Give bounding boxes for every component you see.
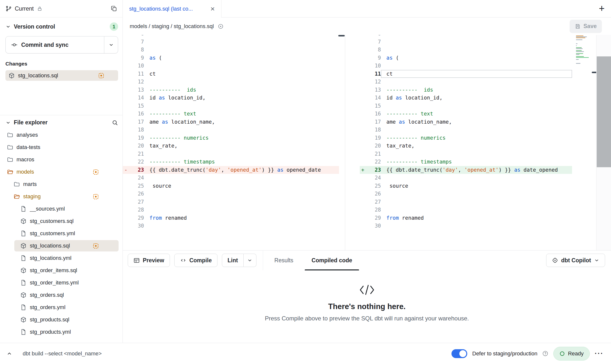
diff-marker: - xyxy=(123,167,129,173)
line-text xyxy=(381,150,572,158)
line-number: 22 xyxy=(129,159,144,165)
tree-item-label: stg_customers.sql xyxy=(30,218,73,224)
folder-icon xyxy=(14,181,20,187)
modified-icon xyxy=(93,243,99,249)
tree-item-stg_orders.sql[interactable]: stg_orders.sql xyxy=(0,289,123,301)
code-line-15: 15 xyxy=(360,102,572,110)
tree-item-stg_order_items.sql[interactable]: stg_order_items.sql xyxy=(0,264,123,277)
tree-item-data-tests[interactable]: data-tests xyxy=(0,141,123,153)
tree-item-macros[interactable]: macros xyxy=(0,153,123,166)
tree-item-stg_locations.yml[interactable]: stg_locations.yml xyxy=(0,252,123,264)
git-branch-icon xyxy=(5,5,12,12)
lint-options-caret[interactable] xyxy=(244,254,256,267)
dbt-copilot-button[interactable]: dbt Copilot xyxy=(546,254,605,267)
line-number: 10 xyxy=(129,63,144,69)
chevron-up-icon[interactable] xyxy=(6,351,12,357)
code-line-8: 8 xyxy=(360,46,572,54)
tree-item-label: macros xyxy=(17,156,34,163)
line-number: 11 xyxy=(129,71,144,77)
tree-item-models[interactable]: models xyxy=(0,166,123,178)
branch-selector[interactable]: Current xyxy=(5,5,43,12)
version-control-title: Version control xyxy=(14,23,55,30)
tree-item-stg_orders.yml[interactable]: stg_orders.yml xyxy=(0,301,123,314)
diff-pane-original[interactable]: 6789as (1011ct1213---------- ids14id as … xyxy=(123,35,339,250)
chevron-down-icon xyxy=(5,120,11,125)
new-tab-button[interactable]: + xyxy=(599,2,605,14)
line-number: 28 xyxy=(366,207,381,213)
overflow-menu-icon[interactable]: ··· xyxy=(595,350,604,357)
code-brackets-icon xyxy=(359,284,375,296)
ready-status-badge[interactable]: Ready xyxy=(553,347,590,361)
tabbar-divider xyxy=(221,17,611,17)
minimap[interactable] xyxy=(576,35,590,65)
command-input[interactable]: dbt build --select <model_name> xyxy=(23,350,102,357)
empty-state-subtitle: Press Compile above to preview the SQL d… xyxy=(265,315,469,322)
status-bar: dbt build --select <model_name> Defer to… xyxy=(0,343,611,364)
preview-button[interactable]: Preview xyxy=(128,254,170,267)
code-line-19: 19---------- numerics xyxy=(360,134,572,142)
line-number: 24 xyxy=(366,175,381,181)
tab-label: stg_locations.sql (last co... xyxy=(129,6,193,12)
line-text: ct xyxy=(381,70,572,78)
copy-branch-icon[interactable] xyxy=(111,5,117,12)
line-number: 30 xyxy=(366,223,381,229)
code-line-17: 17ame as location_name, xyxy=(123,118,339,126)
tree-item-stg_customers.yml[interactable]: stg_customers.yml xyxy=(0,227,123,240)
search-icon[interactable] xyxy=(112,119,118,126)
tab-results[interactable]: Results xyxy=(268,250,300,270)
line-text: ame as location_name, xyxy=(144,118,339,126)
tab-stg-locations[interactable]: stg_locations.sql (last co... × xyxy=(123,0,221,17)
line-text: from renamed xyxy=(381,214,572,222)
line-number: 21 xyxy=(129,151,144,157)
file-icon xyxy=(20,329,27,335)
tree-item-stg_order_items.yml[interactable]: stg_order_items.yml xyxy=(0,277,123,289)
save-button[interactable]: Save xyxy=(570,20,602,33)
tree-item-label: marts xyxy=(23,181,37,187)
compile-button[interactable]: Compile xyxy=(174,254,217,267)
tree-item-marts[interactable]: marts xyxy=(0,178,123,190)
tree-item-label: stg_order_items.yml xyxy=(30,280,79,286)
changed-file-row[interactable]: stg_locations.sql xyxy=(5,70,118,81)
code-line-23: -23{{ dbt.date_trunc('day', 'opened_at')… xyxy=(123,166,339,174)
tree-item-stg_locations.sql[interactable]: stg_locations.sql xyxy=(0,240,123,252)
file-explorer-title: File explorer xyxy=(14,119,48,126)
lint-button[interactable]: Lint xyxy=(222,254,244,267)
line-number: 17 xyxy=(366,119,381,125)
code-line-27: 27 xyxy=(360,198,572,206)
model-icon xyxy=(20,316,27,323)
chevron-down-icon xyxy=(594,258,599,263)
line-text xyxy=(144,190,339,198)
line-text xyxy=(144,78,339,86)
diff-pane-modified[interactable]: 6789as (1011ct1213---------- ids14id as … xyxy=(345,35,572,250)
code-line-15: 15 xyxy=(123,102,339,110)
line-number: 9 xyxy=(129,55,144,61)
commit-options-caret[interactable] xyxy=(104,36,118,53)
line-text xyxy=(381,78,572,86)
tree-item-analyses[interactable]: analyses xyxy=(0,129,123,141)
file-explorer-header[interactable]: File explorer xyxy=(0,119,123,126)
close-icon[interactable]: × xyxy=(210,5,215,13)
line-text: ---------- numerics xyxy=(381,134,572,142)
pane-resize-handle[interactable] xyxy=(338,35,345,36)
defer-toggle[interactable] xyxy=(451,349,467,358)
tree-item-label: stg_products.yml xyxy=(30,329,71,335)
tree-item-stg_products.sql[interactable]: stg_products.sql xyxy=(0,314,123,326)
tree-item-stg_customers.sql[interactable]: stg_customers.sql xyxy=(0,215,123,227)
chevron-down-icon xyxy=(5,24,11,29)
folder-open-icon xyxy=(14,193,20,200)
line-text xyxy=(381,35,572,38)
file-meta-icon[interactable] xyxy=(218,23,224,29)
tree-item-staging[interactable]: staging xyxy=(0,190,123,203)
tree-item-__sources.yml[interactable]: __sources.yml xyxy=(0,203,123,215)
tab-compiled-code[interactable]: Compiled code xyxy=(305,250,359,270)
tree-item-stg_products.yml[interactable]: stg_products.yml xyxy=(0,326,123,338)
line-text: ---------- ids xyxy=(144,86,339,94)
version-control-header[interactable]: Version control 1 xyxy=(5,22,118,31)
help-icon[interactable] xyxy=(542,350,548,357)
commit-and-sync-main[interactable]: Commit and sync xyxy=(6,36,104,53)
line-number: 12 xyxy=(366,79,381,85)
tree-item-label: analyses xyxy=(17,132,38,138)
scrollbar-thumb[interactable] xyxy=(597,56,611,167)
vertical-scrollbar xyxy=(596,35,611,250)
line-number: 7 xyxy=(366,39,381,45)
